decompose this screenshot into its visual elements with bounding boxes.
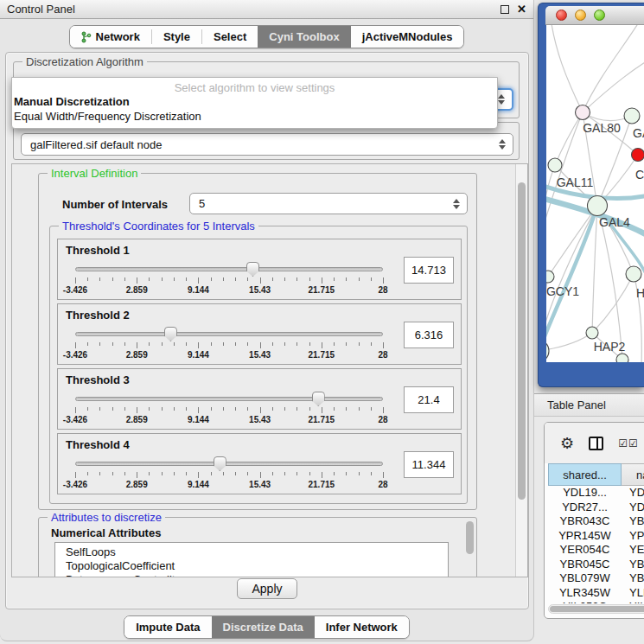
network-edge[interactable] <box>551 25 583 112</box>
attribute-list-item[interactable]: BetweennessCentrality <box>66 573 448 577</box>
table-cell[interactable]: YER054C <box>548 543 622 558</box>
table-row[interactable]: YBL079WYBL0 <box>548 571 644 586</box>
table-row[interactable]: YDR27...YDR2 <box>548 501 644 515</box>
network-node-gal80[interactable] <box>576 105 590 120</box>
table-row[interactable]: YDL19...YDL1 <box>548 486 644 501</box>
network-edge[interactable] <box>583 58 644 112</box>
slider-track[interactable] <box>75 397 383 401</box>
table-row[interactable]: YIL052CYIL0 <box>548 600 644 603</box>
dropdown-item-manual-discretization[interactable]: Manual Discretization <box>12 94 497 109</box>
scrollbar-thumb[interactable] <box>550 606 644 612</box>
network-node-gal4[interactable] <box>588 196 608 216</box>
threshold-value-field[interactable]: 11.344 <box>404 451 454 478</box>
table-data-combobox[interactable]: galFiltered.sif default node <box>21 133 513 156</box>
attribute-list-item[interactable]: SelfLoops <box>66 545 448 559</box>
table-row[interactable]: YLR345WYLR3 <box>548 586 644 601</box>
table-cell[interactable]: YDR2 <box>622 501 644 515</box>
network-edge[interactable] <box>592 274 634 333</box>
tick-mark <box>198 342 199 348</box>
attribute-list-item[interactable]: TopologicalCoefficient <box>66 559 448 573</box>
table-cell[interactable]: YIL052C <box>548 600 622 603</box>
slider-thumb[interactable] <box>164 327 177 341</box>
network-edge[interactable] <box>555 112 583 165</box>
table-cell[interactable]: YDL1 <box>622 486 644 501</box>
network-node-c[interactable] <box>632 149 644 162</box>
threshold-4-slider[interactable]: -3.4262.8599.14415.4321.71528 <box>75 455 383 493</box>
table-cell[interactable]: YBR043C <box>548 514 622 529</box>
close-traffic-light-icon[interactable] <box>556 10 567 21</box>
column-header-shared-name[interactable]: shared... <box>548 463 622 486</box>
tab-cyni-toolbox[interactable]: Cyni Toolbox <box>258 26 350 48</box>
table-row[interactable]: YBR045CYBR0 <box>548 558 644 572</box>
table-cell[interactable]: YDR27... <box>548 501 622 515</box>
network-node[interactable] <box>546 340 549 362</box>
slider-thumb[interactable] <box>214 456 226 471</box>
dropdown-placeholder-item[interactable]: Select algorithm to view settings <box>12 78 497 94</box>
threshold-3-slider[interactable]: -3.4262.8599.14415.4321.71528 <box>75 390 383 428</box>
table-cell[interactable]: YBR0 <box>622 558 644 572</box>
table-cell[interactable]: YBR045C <box>548 558 622 572</box>
tick-mark <box>186 407 187 411</box>
table-row[interactable]: YER054CYER0 <box>548 543 644 558</box>
minimize-traffic-light-icon[interactable] <box>575 10 586 21</box>
tab-discretize-data[interactable]: Discretize Data <box>212 616 315 638</box>
table-horizontal-scrollbar[interactable] <box>548 604 644 614</box>
tab-label: Discretize Data <box>223 621 303 634</box>
network-canvas[interactable]: GCY1HAHAP2GAL4GAL11GACGAL80 <box>546 25 644 362</box>
attributes-list-scrollbar[interactable] <box>466 521 474 554</box>
apply-button[interactable]: Apply <box>237 578 296 599</box>
group-title: Discretization Algorithm <box>22 55 147 68</box>
tab-impute-data[interactable]: Impute Data <box>124 616 211 638</box>
num-intervals-combobox[interactable]: 5 <box>189 193 468 214</box>
threshold-value-field[interactable]: 6.316 <box>404 322 454 348</box>
table-cell[interactable]: YDL19... <box>548 486 622 501</box>
table-cell[interactable]: YBR0 <box>622 514 644 529</box>
gear-icon[interactable]: ⚙ <box>560 436 574 451</box>
dropdown-item-equal-width[interactable]: Equal Width/Frequency Discretization <box>12 109 497 124</box>
slider-thumb[interactable] <box>312 392 325 406</box>
tick-label: 28 <box>378 285 387 295</box>
table-cell[interactable]: YPR145W <box>548 529 622 544</box>
table-row[interactable]: YBR043CYBR0 <box>548 514 644 529</box>
numerical-attributes-list[interactable]: SelfLoopsTopologicalCoefficientBetweenne… <box>54 542 449 577</box>
select-columns-icon[interactable]: ☑☑ <box>618 437 639 450</box>
tab-network[interactable]: Network <box>70 26 151 48</box>
column-layout-icon[interactable] <box>589 437 603 450</box>
network-edge[interactable] <box>546 333 592 351</box>
tab-jactivemnodules[interactable]: jActiveMNodules <box>351 26 464 48</box>
settings-vertical-scrollbar[interactable] <box>515 164 527 577</box>
threshold-2-slider[interactable]: -3.4262.8599.14415.4321.71528 <box>75 325 383 363</box>
tab-select[interactable]: Select <box>202 26 258 48</box>
network-node-gal11[interactable] <box>548 158 562 172</box>
table-cell[interactable]: YIL0 <box>622 600 644 603</box>
network-node[interactable] <box>616 354 628 362</box>
network-node-hap2[interactable] <box>586 327 598 339</box>
slider-track[interactable] <box>75 462 383 466</box>
slider-thumb[interactable] <box>246 262 259 277</box>
threshold-value-field[interactable]: 21.4 <box>404 386 454 413</box>
slider-track[interactable] <box>75 267 383 271</box>
network-edge[interactable] <box>546 165 555 276</box>
network-node-ha[interactable] <box>626 266 641 282</box>
tab-style[interactable]: Style <box>152 26 201 48</box>
table-cell[interactable]: YBL0 <box>622 571 644 586</box>
float-window-icon[interactable] <box>501 5 509 14</box>
network-edge[interactable] <box>592 206 597 333</box>
table-cell[interactable]: YBL079W <box>548 571 622 586</box>
network-edge[interactable] <box>583 25 641 112</box>
network-node-gcy1[interactable] <box>546 271 554 283</box>
table-cell[interactable]: YLR3 <box>622 586 644 601</box>
table-cell[interactable]: YER0 <box>622 543 644 558</box>
table-cell[interactable]: YLR345W <box>548 586 622 601</box>
network-node-ga[interactable] <box>624 108 640 124</box>
close-icon[interactable]: ✕ <box>517 5 526 14</box>
zoom-traffic-light-icon[interactable] <box>594 10 605 21</box>
table-cell[interactable]: YPR1 <box>622 529 644 544</box>
threshold-value-field[interactable]: 14.713 <box>404 257 454 284</box>
tab-infer-network[interactable]: Infer Network <box>315 616 409 638</box>
table-row[interactable]: YPR145WYPR1 <box>548 529 644 544</box>
scrollbar-thumb[interactable] <box>518 182 526 500</box>
threshold-1-slider[interactable]: -3.4262.8599.14415.4321.71528 <box>75 260 383 298</box>
slider-track[interactable] <box>75 332 383 336</box>
column-header-name[interactable]: na <box>622 463 644 486</box>
